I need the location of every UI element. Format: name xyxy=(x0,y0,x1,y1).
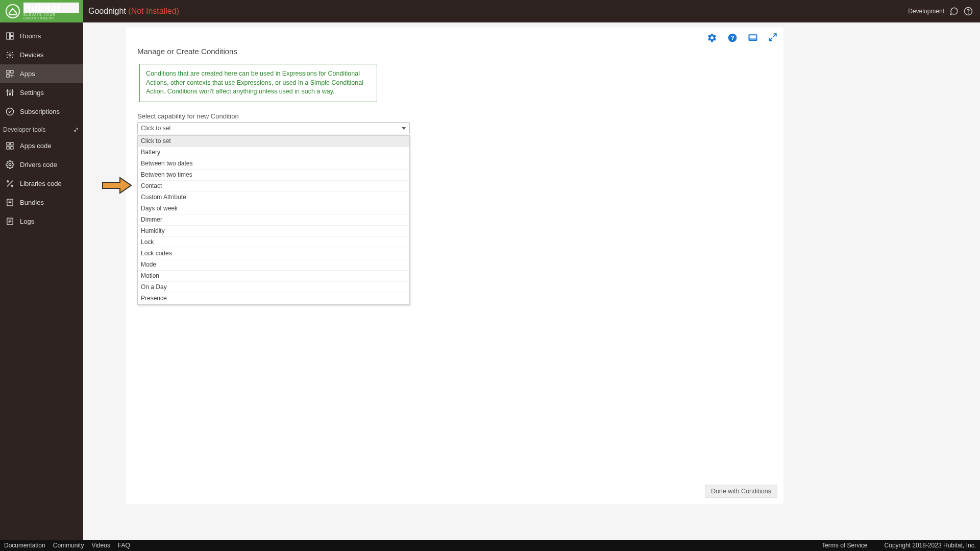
collapse-icon[interactable] xyxy=(73,127,79,133)
help-icon[interactable] xyxy=(964,7,973,16)
capability-option[interactable]: Lock codes xyxy=(138,248,409,259)
sidebar: Rooms Devices Apps Settings Subscription… xyxy=(0,22,83,540)
logo-icon xyxy=(5,4,20,19)
capability-option[interactable]: Motion xyxy=(138,271,409,282)
sidebar-item-rooms[interactable]: Rooms xyxy=(0,27,83,45)
footer-link-documentation[interactable]: Documentation xyxy=(4,542,45,549)
capability-option[interactable]: Between two times xyxy=(138,170,409,181)
expand-icon[interactable] xyxy=(768,33,777,42)
sidebar-item-drivers-code[interactable]: Drivers code xyxy=(0,155,83,174)
help-circle-icon[interactable]: ? xyxy=(727,33,738,43)
capability-option[interactable]: On a Day xyxy=(138,282,409,293)
svg-rect-4 xyxy=(10,33,13,36)
svg-point-17 xyxy=(12,91,13,93)
svg-point-6 xyxy=(9,54,11,56)
svg-point-13 xyxy=(7,90,8,92)
development-label: Development xyxy=(908,8,944,15)
capability-option[interactable]: Between two dates xyxy=(138,158,409,170)
developer-tools-header[interactable]: Developer tools xyxy=(0,123,83,136)
capability-option[interactable]: Days of week xyxy=(138,203,409,214)
svg-text:?: ? xyxy=(730,34,734,41)
capability-dropdown: Click to setBatteryBetween two datesBetw… xyxy=(137,135,410,305)
sidebar-item-libraries-code[interactable]: Libraries code xyxy=(0,174,83,193)
footer-copyright: Copyright 2018-2023 Hubitat, Inc. xyxy=(885,542,976,549)
logo-text: Hubitat xyxy=(23,3,79,13)
capability-option[interactable]: Lock xyxy=(138,237,409,248)
apps-icon xyxy=(6,69,14,78)
chat-icon[interactable] xyxy=(949,7,959,16)
capability-option[interactable]: Battery xyxy=(138,147,409,158)
devices-icon xyxy=(6,51,14,59)
field-label: Select capability for new Condition xyxy=(137,112,772,120)
svg-point-15 xyxy=(9,93,11,95)
svg-rect-21 xyxy=(7,147,9,149)
logo[interactable]: Hubitat ELEVATE YOUR ENVIRONMENT xyxy=(0,0,83,22)
capability-option[interactable]: Dimmer xyxy=(138,214,409,226)
svg-rect-19 xyxy=(7,142,9,145)
apps-code-icon xyxy=(6,141,14,150)
content-card: ? Manage or Create Conditions Conditions… xyxy=(126,28,783,504)
display-icon[interactable] xyxy=(748,33,758,43)
capability-option[interactable]: Humidity xyxy=(138,226,409,237)
svg-rect-3 xyxy=(7,33,10,39)
install-status: (Not Installed) xyxy=(128,7,179,15)
capability-option[interactable]: Mode xyxy=(138,259,409,271)
sidebar-item-apps[interactable]: Apps xyxy=(0,64,83,83)
capability-option[interactable]: Contact xyxy=(138,181,409,192)
sidebar-item-subscriptions[interactable]: Subscriptions xyxy=(0,102,83,121)
sidebar-item-logs[interactable]: Logs xyxy=(0,212,83,231)
libraries-code-icon xyxy=(6,179,14,188)
svg-point-18 xyxy=(6,108,13,115)
sidebar-item-devices[interactable]: Devices xyxy=(0,45,83,64)
svg-point-23 xyxy=(9,163,11,165)
capability-select[interactable]: Click to set xyxy=(137,122,410,134)
footer: Documentation Community Videos FAQ Terms… xyxy=(0,540,980,551)
app-header: Hubitat ELEVATE YOUR ENVIRONMENT Goodnig… xyxy=(0,0,980,22)
svg-rect-7 xyxy=(7,70,9,73)
svg-point-0 xyxy=(6,5,19,18)
sidebar-item-settings[interactable]: Settings xyxy=(0,83,83,102)
logo-subtext: ELEVATE YOUR ENVIRONMENT xyxy=(23,13,79,20)
bundles-icon xyxy=(6,198,14,207)
gear-icon[interactable] xyxy=(707,33,717,43)
logs-icon xyxy=(6,217,14,226)
capability-option[interactable]: Click to set xyxy=(138,136,409,147)
capability-option[interactable]: Custom Attribute xyxy=(138,192,409,203)
capability-option[interactable]: Presence xyxy=(138,293,409,304)
svg-rect-5 xyxy=(10,36,13,39)
settings-icon xyxy=(6,88,14,97)
svg-rect-8 xyxy=(11,70,13,73)
svg-rect-20 xyxy=(11,142,13,145)
svg-point-2 xyxy=(968,13,969,13)
footer-link-terms[interactable]: Terms of Service xyxy=(822,542,867,549)
footer-link-faq[interactable]: FAQ xyxy=(118,542,130,549)
main-content: ? Manage or Create Conditions Conditions… xyxy=(83,22,980,540)
info-box: Conditions that are created here can be … xyxy=(139,64,377,102)
footer-link-videos[interactable]: Videos xyxy=(91,542,110,549)
footer-link-community[interactable]: Community xyxy=(53,542,84,549)
section-title: Manage or Create Conditions xyxy=(137,47,772,56)
page-title: Goodnight (Not Installed) xyxy=(83,7,179,16)
rooms-icon xyxy=(6,32,14,40)
svg-rect-22 xyxy=(11,147,13,149)
sidebar-item-bundles[interactable]: Bundles xyxy=(0,193,83,212)
subscriptions-icon xyxy=(6,107,14,116)
drivers-code-icon xyxy=(6,160,14,169)
svg-rect-9 xyxy=(7,75,9,77)
sidebar-item-apps-code[interactable]: Apps code xyxy=(0,136,83,155)
done-with-conditions-button[interactable]: Done with Conditions xyxy=(705,485,777,498)
